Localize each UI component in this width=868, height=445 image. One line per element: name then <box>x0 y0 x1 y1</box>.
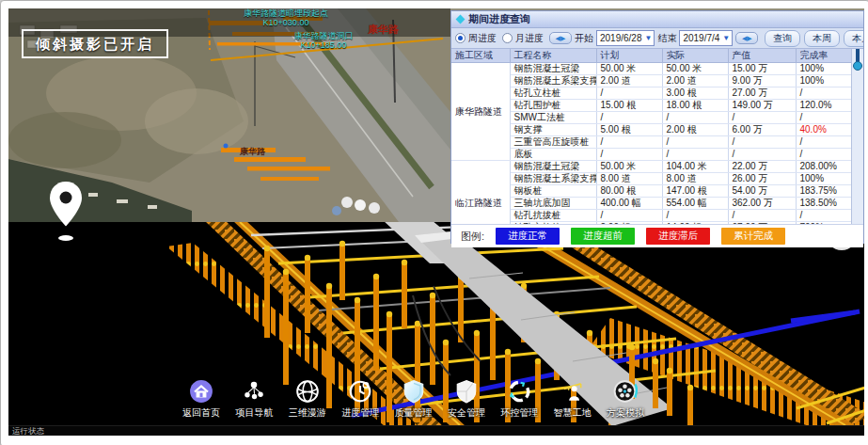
table-row[interactable]: 底板//// <box>451 149 854 161</box>
legend-item: 进度超前 <box>571 228 635 245</box>
date-slider-left[interactable]: ◀▶ <box>549 32 572 44</box>
table-cell: / <box>662 112 728 124</box>
chevron-down-icon: ▼ <box>722 34 730 42</box>
table-row[interactable]: 临江路隧道钢筋混凝土冠梁50.00 米104.00 米22.00 万208.00… <box>451 161 854 173</box>
toolbar-label: 智慧工地 <box>554 406 592 420</box>
col-header-plan[interactable]: 计划 <box>596 49 662 63</box>
toolbar-label: 方案模拟 <box>607 406 644 420</box>
toolbar-item-progress[interactable]: 进度管理 <box>335 379 386 420</box>
toolbar-label: 进度管理 <box>341 406 379 420</box>
table-cell: 100% <box>796 63 854 75</box>
col-header-actual[interactable]: 实际 <box>662 49 728 63</box>
table-cell: 14.00 根 <box>662 222 728 225</box>
main-toolbar: 返回首页 项目导航 三维漫游 <box>176 379 651 420</box>
toolbar-label: 安全管理 <box>448 406 485 420</box>
toolbar-item-smart-site[interactable]: 智慧工地 <box>547 379 598 420</box>
toolbar-label: 项目导航 <box>235 406 273 420</box>
table-row[interactable]: 钻孔立柱桩/3.00 根27.00 万/ <box>451 87 854 100</box>
table-row[interactable]: 钢支撑5.00 根2.00 根6.00 万40.0% <box>451 124 854 136</box>
app-canvas: 倾斜摄影已开启 康华路隧道暗埋段起点 K10+030.00 康华路隧道洞口 K1… <box>8 8 864 436</box>
toolbar-label: 环控管理 <box>500 406 538 420</box>
table-row[interactable]: 钢筋混凝土系梁支撑2.00 道2.00 道9.00 万100% <box>451 75 854 87</box>
table-cell: 三轴坑底加固 <box>510 198 596 210</box>
week-progress-radio[interactable] <box>455 33 466 43</box>
quality-icon <box>402 379 426 404</box>
table-cell: 钻孔立柱桩 <box>510 222 596 225</box>
table-cell: 钻孔立柱桩 <box>510 87 596 100</box>
table-cell: 54.00 万 <box>728 185 796 198</box>
table-cell: 554.00 幅 <box>662 198 728 210</box>
toolbar-item-project-nav[interactable]: 项目导航 <box>229 379 279 420</box>
table-row[interactable]: 钻孔围护桩15.00 根18.00 根149.00 万120.0% <box>451 100 854 112</box>
legend-items: 进度正常进度超前进度滞后累计完成 <box>484 228 785 245</box>
end-date-value: 2019/7/4 <box>683 33 719 43</box>
road-name-label: 康华路 <box>368 23 399 37</box>
toolbar-item-quality[interactable]: 质量管理 <box>388 379 439 420</box>
table-row[interactable]: 钻孔立柱桩2.00 根14.00 根67.00 万700% <box>451 222 854 225</box>
table-cell: 208.00% <box>796 161 854 173</box>
table-row[interactable]: 康华路隧道钢筋混凝土冠梁50.00 米50.00 米15.00 万100% <box>451 63 854 75</box>
col-header-rate[interactable]: 完成率 <box>796 49 854 63</box>
table-cell: / <box>796 87 854 100</box>
table-cell: / <box>796 149 854 161</box>
table-cell: 2.00 道 <box>662 75 728 87</box>
table-scrollbar[interactable] <box>851 49 863 224</box>
legend-label: 图例: <box>461 230 484 244</box>
road-name-label-small: 康华路 <box>240 146 265 158</box>
area-cell: 临江路隧道 <box>451 161 510 225</box>
progress-query-panel: 期间进度查询 周进度 月进度 ◀▶ 开始 2019/6/28 ▼ 结束 2019… <box>450 10 864 244</box>
col-header-value[interactable]: 产值 <box>728 49 796 63</box>
query-button[interactable]: 本周 <box>804 30 840 47</box>
table-cell: 40.0% <box>796 124 854 136</box>
toolbar-item-environment[interactable]: 环控管理 <box>494 379 544 420</box>
table-cell: / <box>796 136 854 149</box>
safety-icon <box>454 379 479 404</box>
scrollbar-knob[interactable] <box>853 61 862 71</box>
toolbar-item-home[interactable]: 返回首页 <box>176 379 227 420</box>
legend-item: 累计完成 <box>721 228 785 245</box>
table-row[interactable]: SMW工法桩//// <box>451 112 854 124</box>
table-cell: 5.00 根 <box>596 124 662 136</box>
toolbar-item-safety[interactable]: 安全管理 <box>441 379 492 420</box>
table-cell: 400.00 幅 <box>596 198 662 210</box>
col-header-area[interactable]: 施工区域 <box>451 49 510 63</box>
table-cell: 2.00 道 <box>596 75 662 87</box>
toolbar-item-roam[interactable]: 三维漫游 <box>282 379 333 420</box>
table-cell: 钢板桩 <box>510 185 596 198</box>
table-cell: 26.00 万 <box>728 173 796 185</box>
smart-site-icon <box>560 379 585 404</box>
table-cell: 27.00 万 <box>728 87 796 100</box>
query-button[interactable]: 查询 <box>765 30 800 47</box>
table-row[interactable]: 三轴坑底加固400.00 幅554.00 幅362.00 万138.50% <box>451 198 854 210</box>
chainage-start-text: 康华路隧道暗埋段起点 <box>192 8 380 18</box>
table-cell: 22.00 万 <box>728 161 796 173</box>
table-cell: SMW工法桩 <box>510 112 596 124</box>
map-pin-icon[interactable] <box>44 180 87 242</box>
diamond-icon <box>456 15 466 24</box>
table-row[interactable]: 钢筋混凝土系梁支撑8.00 道8.00 道26.00 万100% <box>451 173 854 185</box>
toolbar-item-simulation[interactable]: 方案模拟 <box>600 379 651 420</box>
end-date-select[interactable]: 2019/7/4 ▼ <box>679 30 733 46</box>
area-cell: 康华路隧道 <box>451 63 510 161</box>
table-cell: 2.00 根 <box>662 124 728 136</box>
query-button[interactable]: 本月 <box>844 30 863 47</box>
table-cell: 3.00 根 <box>662 87 728 100</box>
date-slider-right[interactable]: ◀▶ <box>735 32 758 44</box>
simulation-icon <box>613 379 638 404</box>
table-cell: 底板 <box>510 149 596 161</box>
app-window: 倾斜摄影已开启 康华路隧道暗埋段起点 K10+030.00 康华路隧道洞口 K1… <box>0 0 868 445</box>
table-row[interactable]: 三重管高压旋喷桩//// <box>451 136 854 149</box>
month-progress-radio[interactable] <box>502 33 513 43</box>
table-cell: 67.00 万 <box>728 222 796 225</box>
end-date-label: 结束 <box>657 32 676 45</box>
table-cell: 钢筋混凝土系梁支撑 <box>510 75 596 87</box>
table-cell: / <box>596 112 662 124</box>
toolbar-label: 三维漫游 <box>289 406 326 420</box>
table-cell: 钢筋混凝土系梁支撑 <box>510 173 596 185</box>
table-row[interactable]: 钻孔抗拔桩//// <box>451 210 854 222</box>
legend-bar: 图例: 进度正常进度超前进度滞后累计完成 <box>451 224 863 247</box>
col-header-name[interactable]: 工程名称 <box>510 49 596 63</box>
start-date-select[interactable]: 2019/6/28 ▼ <box>596 30 655 46</box>
table-row[interactable]: 钢板桩80.00 根147.00 根54.00 万183.75% <box>451 185 854 198</box>
chainage-portal-value: K10+185.00 <box>244 40 403 50</box>
